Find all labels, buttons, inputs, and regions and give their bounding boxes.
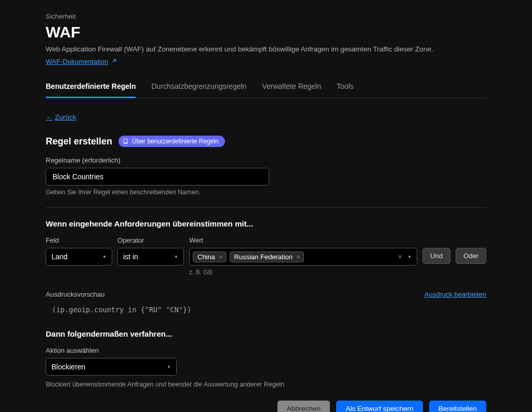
preview-label: Ausdrucksvorschau	[46, 290, 104, 298]
save-draft-button[interactable]: Als Entwurf speichern	[336, 401, 423, 412]
value-chip: Russian Federation ×	[230, 251, 304, 262]
breadcrumb: Sicherheit	[46, 12, 486, 20]
action-label: Aktion auswählen	[46, 347, 486, 354]
edit-expression-link[interactable]: Ausdruck bearbeiten	[424, 290, 486, 298]
rule-name-label: Regelname (erforderlich)	[46, 156, 486, 164]
action-description: Blockiert übereinstimmende Anfragen und …	[46, 381, 486, 388]
book-icon	[123, 138, 129, 144]
chip-label: China	[197, 253, 215, 261]
action-select[interactable]: Blockieren ▼	[46, 358, 177, 376]
chip-label: Russian Federation	[234, 253, 293, 261]
clear-all-icon[interactable]: ×	[398, 252, 402, 261]
chevron-down-icon: ▼	[102, 255, 107, 259]
chevron-down-icon: ▼	[174, 255, 178, 259]
field-select[interactable]: Land ▼	[46, 248, 112, 265]
tab-managed-rules[interactable]: Verwaltete Regeln	[262, 76, 321, 98]
operator-label: Operator	[117, 236, 184, 244]
remove-chip-icon[interactable]: ×	[218, 253, 224, 261]
arrow-left-icon: ←	[46, 113, 53, 121]
cancel-button[interactable]: Abbrechen	[277, 401, 330, 412]
tab-rate-limiting[interactable]: Durchsatzbegrenzungsregeln	[151, 76, 246, 98]
page-title: WAF	[46, 23, 486, 41]
back-label: Zurück	[55, 113, 76, 121]
tab-tools[interactable]: Tools	[337, 76, 354, 98]
field-value: Land	[51, 252, 68, 261]
rule-name-helper: Geben Sie Ihrer Regel einen beschreibend…	[46, 189, 486, 196]
create-rule-title: Regel erstellen	[46, 136, 112, 147]
chevron-down-icon: ▼	[167, 365, 171, 369]
then-title: Dann folgendermaßen verfahren...	[46, 329, 486, 338]
external-link-icon	[111, 58, 117, 65]
operator-select[interactable]: ist in ▼	[117, 248, 184, 265]
back-link[interactable]: ← Zurück	[46, 113, 76, 121]
action-value: Blockieren	[51, 363, 85, 371]
page-description: Web Application Firewall (WAF) auf Zonen…	[46, 45, 486, 53]
tab-custom-rules[interactable]: Benutzerdefinierte Regeln	[46, 76, 136, 98]
deploy-button[interactable]: Bereitstellen	[429, 401, 486, 412]
when-title: Wenn eingehende Anforderungen übereinsti…	[46, 219, 486, 228]
chevron-down-icon: ▼	[407, 255, 411, 259]
remove-chip-icon[interactable]: ×	[295, 253, 301, 261]
operator-value: ist in	[123, 252, 138, 261]
field-label: Feld	[46, 236, 112, 244]
doc-link[interactable]: WAF-Dokumentation	[46, 58, 117, 65]
divider	[46, 207, 486, 208]
value-chip: China ×	[193, 251, 227, 262]
value-hint: z. B. GB	[189, 269, 417, 276]
and-button[interactable]: Und	[422, 248, 450, 264]
info-badge-label: Über benutzerdefinierte Regeln	[132, 138, 219, 145]
info-badge[interactable]: Über benutzerdefinierte Regeln	[118, 136, 225, 147]
expression-code: (ip.geoip.country in {"RU" "CN"})	[46, 305, 486, 314]
rule-name-input[interactable]	[46, 168, 269, 185]
tabs: Benutzerdefinierte Regeln Durchsatzbegre…	[46, 76, 486, 98]
value-multiselect[interactable]: China × Russian Federation × × ▼	[189, 248, 417, 265]
doc-link-label: WAF-Dokumentation	[46, 58, 108, 65]
value-label: Wert	[189, 236, 417, 244]
or-button[interactable]: Oder	[456, 248, 486, 264]
